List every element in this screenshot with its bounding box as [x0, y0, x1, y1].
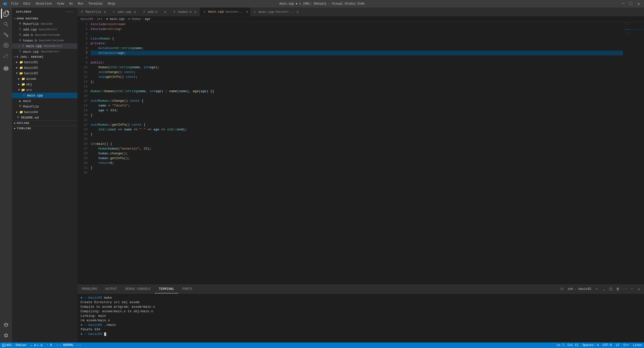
file-makefile-b03[interactable]: M Makefile [12, 104, 77, 109]
run-debug-activity-icon[interactable] [1, 40, 11, 50]
more-actions-terminal[interactable]: ··· [622, 286, 628, 292]
minimize-button[interactable]: ─ [620, 1, 626, 7]
menu-item-run[interactable]: Run [76, 2, 86, 6]
tab-add-h[interactable]: H add.h ✕ [140, 8, 170, 16]
breadcrumb-age[interactable]: age [145, 17, 150, 21]
split-terminal-button[interactable] [608, 286, 614, 292]
workspace-label: C [WSL: DEBIAN] [17, 55, 44, 58]
close-panel-button[interactable]: ✕ [636, 286, 642, 292]
indent-status[interactable]: Spaces: 4 [580, 343, 601, 347]
explorer-activity-icon[interactable] [1, 9, 11, 19]
open-editors-list: M Makefile basic04 C add.cpp basic04/src… [12, 21, 77, 54]
menu-item-edit[interactable]: Edit [21, 2, 33, 6]
extensions-activity-icon[interactable] [1, 51, 11, 61]
breadcrumb-maincpp[interactable]: ⊕ main.cpp [106, 17, 124, 21]
tab-main-cpp-b03[interactable]: C main.cpp basic03/... ✕ [200, 8, 250, 16]
settings-activity-icon[interactable] [1, 330, 11, 340]
debug-console-tab[interactable]: DEBUG CONSOLE [121, 285, 154, 293]
tab-main-cpp-b04[interactable]: C main.cpp basic04/... ✕ [250, 8, 301, 16]
open-editor-makefile[interactable]: M Makefile basic04 [12, 21, 77, 27]
menu-item-file[interactable]: File [9, 2, 20, 6]
maximize-panel-button[interactable]: ⌃ [629, 286, 635, 292]
code-line-22: void Human::getInfo() const { [91, 122, 623, 127]
folder-obj[interactable]: ▶ 📁 obj [12, 82, 77, 87]
line-ending-status[interactable]: LF [614, 343, 621, 347]
folder-icon: 📁 [19, 60, 23, 64]
tab-close-add-h[interactable]: ✕ [163, 10, 167, 14]
menu-item-go[interactable]: Go [67, 2, 75, 6]
folder-basic03[interactable]: ▼ 📂 basic03 [12, 71, 77, 76]
status-left: WSL: Debian ⚠ 0 ✕ 0 ↑ 0 --- NORMAL --- [0, 343, 83, 347]
new-terminal-button[interactable] [559, 286, 565, 292]
menu-item-selection[interactable]: Selection [34, 2, 54, 6]
breadcrumb-src[interactable]: src [97, 17, 103, 21]
add-terminal-button[interactable]: + [594, 286, 600, 292]
maximize-button[interactable]: □ [628, 1, 634, 7]
terminal-content[interactable]: ● → basic03 make Create Directory src ob… [77, 294, 644, 342]
tab-makefile[interactable]: M Makefile ✕ [77, 8, 109, 16]
chevron-terminal[interactable]: ⌄ [601, 286, 607, 292]
sync-status[interactable]: ↑ 0 [45, 343, 54, 347]
outline-header[interactable]: ▶ OUTLINE [12, 121, 77, 126]
sidebar-content[interactable]: ▾ OPEN EDITORS M Makefile basic04 C add.… [12, 16, 77, 342]
sidebar-more-icon[interactable]: ··· [65, 10, 73, 14]
folder-basic02[interactable]: ▶ 📁 basic02 [12, 65, 77, 71]
open-editor-add-cpp[interactable]: C add.cpp basic04/src [12, 27, 77, 32]
tab-close-human-h[interactable]: ✕ [193, 10, 197, 14]
menu-item-view[interactable]: View [55, 2, 66, 6]
accounts-activity-icon[interactable] [1, 320, 11, 330]
remote-explorer-activity-icon[interactable] [1, 63, 11, 74]
line-num-32: 32 [79, 170, 88, 175]
open-editor-add-h[interactable]: H add.h basic04/include [12, 32, 77, 38]
tab-close-add-cpp[interactable]: ✕ [133, 10, 137, 14]
close-button[interactable]: ✕ [636, 1, 641, 7]
tab-human-h[interactable]: H human.h ✕ [170, 8, 200, 16]
menu-item-terminal[interactable]: Terminal [86, 2, 105, 6]
file-main-exe[interactable]: ▶ main [12, 98, 77, 104]
tab-close-makefile[interactable]: ✕ [103, 10, 107, 14]
open-editor-main-cpp-b03[interactable]: ✕ C main.cpp basic03/src [12, 43, 77, 49]
ports-tab[interactable]: PORTS [178, 285, 196, 293]
code-line-1: #include <iostream> [91, 22, 623, 27]
kill-terminal-button[interactable]: 🗑 [615, 286, 621, 292]
code-line-26: int main() { [91, 142, 623, 146]
tab-close-main-b04[interactable]: ✕ [295, 10, 299, 14]
line-num-24: 24 [79, 132, 88, 137]
vim-status[interactable]: --- NORMAL --- [54, 343, 83, 347]
folder-basic04[interactable]: ▶ 📁 basic04 [12, 109, 77, 115]
minimap: #include <iostream> #include <string> cl… [624, 22, 644, 285]
breadcrumb-basic03[interactable]: basic03 [80, 17, 93, 21]
open-editors-section[interactable]: ▾ OPEN EDITORS [12, 16, 77, 21]
cursor-position-status[interactable]: Ln 7, Col 12 [555, 343, 580, 347]
cpp-icon: C [18, 27, 22, 31]
line-num-20: 20 [79, 113, 88, 118]
tab-add-cpp[interactable]: C add.cpp ✕ [109, 8, 140, 16]
open-editor-main-cpp-b04[interactable]: C main.cpp basic04/src [12, 49, 77, 54]
file-main-cpp[interactable]: C main.cpp [12, 93, 77, 98]
breadcrumb-human[interactable]: ⊕ Human [128, 17, 141, 21]
code-line-12: void getInfo() const; [91, 75, 623, 79]
language-status[interactable]: C++ [621, 343, 631, 347]
folder-basic01[interactable]: ▶ 📁 basic01 [12, 59, 77, 65]
code-editor[interactable]: #include <iostream> #include <string> cl… [90, 22, 624, 285]
platform-status[interactable]: Linux [631, 343, 644, 347]
output-tab[interactable]: OUTPUT [101, 285, 121, 293]
folder-assem[interactable]: ▶ 📁 assem [12, 76, 77, 82]
tab-close-main-b03[interactable]: ✕ [245, 10, 249, 14]
file-readme[interactable]: M README.md [12, 115, 77, 120]
menu-item-help[interactable]: Help [106, 2, 117, 6]
encoding-status[interactable]: UTF-8 [601, 343, 614, 347]
errors-status[interactable]: ⚠ 0 ✕ 0 [28, 343, 44, 347]
timeline-header[interactable]: ▶ TIMELINE [12, 126, 77, 131]
makefile-icon: M [18, 22, 22, 26]
folder-src[interactable]: ▼ 📂 src [12, 87, 77, 93]
problems-tab[interactable]: PROBLEMS [77, 285, 101, 293]
source-control-activity-icon[interactable] [1, 30, 11, 40]
terminal-tab-active[interactable]: TERMINAL [155, 285, 178, 293]
h-icon: H [18, 33, 22, 37]
workspace-section[interactable]: ▾ C [WSL: DEBIAN] [12, 54, 77, 59]
search-activity-icon[interactable] [1, 19, 11, 29]
wsl-status[interactable]: WSL: Debian [0, 343, 28, 347]
outline-label: OUTLINE [17, 122, 29, 125]
open-editor-human-h[interactable]: H human.h basic04/include [12, 38, 77, 43]
